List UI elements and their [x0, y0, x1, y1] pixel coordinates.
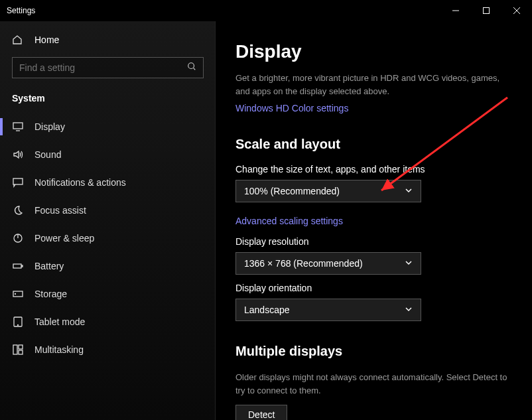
search-box[interactable] [12, 57, 204, 78]
home-label: Home [34, 35, 59, 45]
scale-label: Change the size of text, apps, and other… [235, 164, 512, 175]
detect-button[interactable]: Detect [235, 405, 287, 420]
page-title: Display [235, 41, 512, 62]
sidebar-item-multitasking[interactable]: Multitasking [0, 336, 216, 364]
minimize-button[interactable] [440, 0, 471, 21]
chat-icon [12, 177, 24, 188]
multiple-displays-description: Older displays might not always connect … [235, 371, 512, 397]
resolution-dropdown[interactable]: 1366 × 768 (Recommended) [235, 252, 421, 275]
sidebar-item-label: Multitasking [34, 344, 84, 355]
moon-icon [12, 205, 24, 216]
close-button[interactable] [501, 0, 532, 21]
sidebar-item-label: Display [34, 121, 65, 132]
content-pane: Display Get a brighter, more vibrant pic… [216, 21, 532, 420]
home-button[interactable]: Home [0, 28, 216, 52]
sidebar-item-label: Battery [34, 261, 64, 271]
category-label: System [0, 89, 216, 113]
scale-dropdown[interactable]: 100% (Recommended) [235, 180, 421, 202]
sidebar-item-label: Tablet mode [34, 316, 85, 327]
orientation-label: Display orientation [235, 283, 512, 293]
search-icon [187, 62, 196, 74]
sidebar-item-label: Power & sleep [34, 233, 94, 244]
svg-rect-5 [13, 264, 21, 268]
hdr-description: Get a brighter, more vibrant picture in … [235, 72, 512, 98]
sidebar-item-label: Storage [34, 289, 67, 299]
sidebar-item-focus-assist[interactable]: Focus assist [0, 196, 216, 224]
orientation-dropdown-value: Landscape [244, 305, 290, 315]
svg-point-9 [18, 325, 19, 326]
tablet-icon [12, 316, 24, 327]
sidebar-item-power-sleep[interactable]: Power & sleep [0, 224, 216, 252]
sidebar-item-display[interactable]: Display [0, 113, 216, 141]
svg-point-1 [188, 63, 194, 69]
svg-rect-2 [13, 123, 23, 129]
nav-list: Display Sound Notifications & actions Fo… [0, 113, 216, 364]
svg-rect-3 [13, 178, 23, 184]
titlebar: Settings [0, 0, 532, 21]
svg-point-7 [15, 294, 16, 295]
multiple-displays-heading: Multiple displays [235, 344, 512, 359]
search-input[interactable] [19, 62, 187, 73]
home-icon [12, 35, 24, 45]
scale-dropdown-value: 100% (Recommended) [244, 186, 340, 196]
multitask-icon [12, 344, 24, 355]
hd-color-settings-link[interactable]: Windows HD Color settings [235, 103, 348, 113]
maximize-button[interactable] [471, 0, 501, 21]
window-controls [440, 0, 532, 21]
chevron-down-icon [405, 258, 413, 269]
resolution-label: Display resolution [235, 236, 512, 247]
sidebar-item-storage[interactable]: Storage [0, 280, 216, 308]
battery-icon [12, 261, 24, 271]
svg-rect-11 [19, 345, 23, 349]
sidebar: Home System Display Sound Notification [0, 21, 216, 420]
sidebar-item-notifications[interactable]: Notifications & actions [0, 169, 216, 196]
scale-layout-heading: Scale and layout [235, 137, 512, 152]
sidebar-item-battery[interactable]: Battery [0, 252, 216, 280]
power-icon [12, 233, 24, 244]
svg-rect-10 [13, 345, 17, 354]
svg-rect-12 [19, 350, 23, 354]
advanced-scaling-link[interactable]: Advanced scaling settings [235, 216, 343, 226]
monitor-icon [12, 121, 24, 132]
speaker-icon [12, 149, 24, 160]
app-title: Settings [7, 6, 35, 15]
svg-rect-0 [484, 8, 490, 14]
chevron-down-icon [405, 305, 413, 315]
sidebar-item-label: Focus assist [34, 205, 86, 216]
sidebar-item-sound[interactable]: Sound [0, 141, 216, 169]
storage-icon [12, 289, 24, 299]
sidebar-item-label: Notifications & actions [34, 177, 126, 188]
sidebar-item-tablet-mode[interactable]: Tablet mode [0, 308, 216, 336]
orientation-dropdown[interactable]: Landscape [235, 299, 421, 321]
chevron-down-icon [405, 186, 413, 196]
sidebar-item-label: Sound [34, 149, 61, 160]
resolution-dropdown-value: 1366 × 768 (Recommended) [244, 258, 363, 269]
